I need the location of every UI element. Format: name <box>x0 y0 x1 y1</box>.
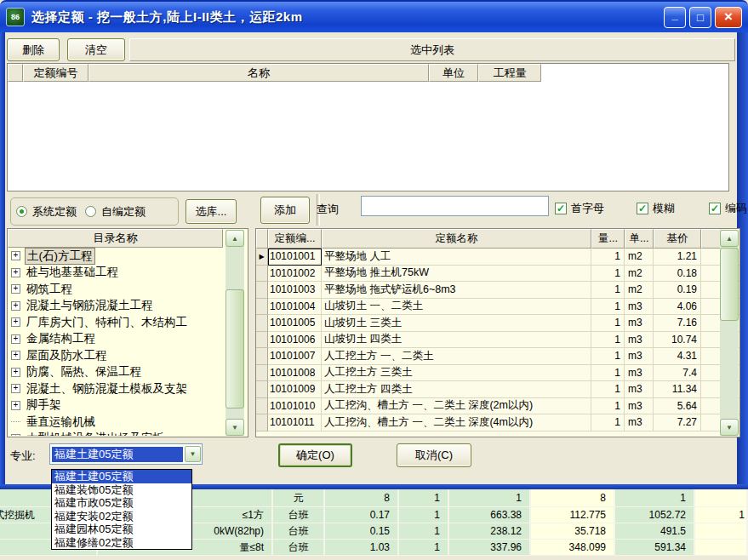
quota-row[interactable]: 10101006 山坡切土 四类土 1 m3 10.74 <box>256 332 739 349</box>
code-checkbox[interactable]: ✓ <box>709 203 721 214</box>
column-header-name: 定额名称 <box>322 229 591 249</box>
fuzzy-label: 模糊 <box>653 201 675 216</box>
dropdown-option[interactable]: 福建市政05定额 <box>52 496 191 510</box>
first-letter-label: 首字母 <box>571 201 604 216</box>
minimize-button[interactable]: _ <box>664 7 686 28</box>
quota-row[interactable]: 10101004 山坡切土 一、二类土 1 m3 4.06 <box>256 299 739 316</box>
quota-row[interactable]: 10101008 人工挖土方 三类土 1 m3 7.4 <box>256 365 739 382</box>
first-letter-checkbox[interactable]: ✓ <box>555 203 567 214</box>
combobox-value: 福建土建05定额 <box>52 447 183 462</box>
select-library-button[interactable]: 选库... <box>186 199 237 224</box>
check-icon: ✓ <box>557 203 565 214</box>
tree-item[interactable]: +大型机械设备进出场及安拆 <box>8 431 223 437</box>
tree-scrollbar[interactable]: ▲ ▼ <box>226 230 244 436</box>
quota-scrollbar[interactable]: ▲ ▼ <box>720 230 739 436</box>
tree-item[interactable]: +混凝土与钢筋混凝土工程 <box>8 298 223 315</box>
quota-scrollbar-thumb[interactable] <box>720 248 739 321</box>
dropdown-option[interactable]: 福建安装02定额 <box>52 510 191 523</box>
clear-button[interactable]: 清空 <box>67 38 125 61</box>
quota-row[interactable]: 10101005 山坡切土 三类土 1 m3 7.16 <box>256 315 739 332</box>
dropdown-option[interactable]: 福建土建05定额 <box>52 470 191 483</box>
dropdown-option[interactable]: 福建园林05定额 <box>52 523 191 536</box>
fuzzy-checkbox[interactable]: ✓ <box>637 203 648 214</box>
column-header-marker <box>8 64 23 82</box>
tree-item[interactable]: +金属结构工程 <box>8 331 223 348</box>
expand-icon[interactable]: + <box>11 401 20 410</box>
tree-item[interactable]: +土(石)方工程 <box>8 248 223 265</box>
column-header-name: 名称 <box>89 64 429 82</box>
expand-icon[interactable]: + <box>11 351 20 360</box>
column-header-code: 定额编... <box>268 229 322 249</box>
expand-icon[interactable]: + <box>11 434 20 436</box>
tree-item[interactable]: +屋面及防水工程 <box>8 347 223 364</box>
quota-row[interactable]: 10101007 人工挖土方 一、二类土 1 m3 4.31 <box>256 348 739 365</box>
cancel-button[interactable]: 取消(C) <box>397 443 471 467</box>
selected-list[interactable]: 定额编号 名称 单位 工程量 <box>7 63 729 191</box>
quota-row[interactable]: 10101003 平整场地 拖式铲运机6~8m3 1 m2 0.19 <box>256 282 739 299</box>
expand-icon[interactable]: + <box>11 384 20 393</box>
app-icon: 86 <box>6 8 25 26</box>
expand-icon[interactable]: + <box>11 284 20 294</box>
system-quota-radio[interactable] <box>16 206 27 217</box>
quota-row[interactable]: 10101009 人工挖土方 四类土 1 m3 11.34 <box>256 381 739 398</box>
title-bar[interactable]: 86 选择定额 - 挖一般土方,陆上I-II类土，运距2km _ □ × <box>0 0 748 32</box>
catalog-tree: +土(石)方工程 +桩与地基基础工程 +砌筑工程 +混凝土与钢筋混凝土工程 +厂… <box>8 248 223 436</box>
quota-table-panel: 定额编... 定额名称 量... 单... 基价 ▶ 10101001 平整场地… <box>255 228 740 437</box>
tree-item[interactable]: +厂库房大门、特种门、木结构工 <box>8 314 223 331</box>
dropdown-option[interactable]: 福建装饰05定额 <box>52 483 191 497</box>
tree-item[interactable]: +防腐、隔热、保温工程 <box>8 364 223 381</box>
close-button[interactable]: × <box>715 7 742 28</box>
code-checkbox-group: ✓ 编码 <box>709 201 747 216</box>
custom-quota-label: 自编定额 <box>101 204 146 220</box>
custom-quota-radio[interactable] <box>85 206 96 217</box>
tree-item[interactable]: 垂直运输机械 <box>8 414 223 431</box>
expand-icon[interactable]: + <box>11 334 20 344</box>
ok-button[interactable]: 确定(O) <box>278 443 352 467</box>
close-icon: × <box>724 9 733 26</box>
dropdown-option[interactable]: 福建修缮02定额 <box>52 536 191 550</box>
quota-row[interactable]: 10101010 人工挖沟、槽土方 一、二类土 深度(2m以内) 1 m3 5.… <box>256 398 739 415</box>
quota-source-group: 系统定额 自编定额 <box>10 197 179 226</box>
quota-table-header: 定额编... 定额名称 量... 单... 基价 <box>256 229 739 249</box>
row-marker-icon: ▶ <box>256 249 268 266</box>
scroll-down-icon[interactable]: ▼ <box>720 419 739 436</box>
expand-icon[interactable]: + <box>11 317 20 327</box>
profession-dropdown-list: 福建土建05定额 福建装饰05定额 福建市政05定额 福建安装02定额 福建园林… <box>51 469 192 550</box>
expand-icon[interactable]: + <box>11 268 20 277</box>
tree-item[interactable]: +砌筑工程 <box>8 281 223 298</box>
expand-icon[interactable]: + <box>11 251 20 260</box>
quota-row[interactable]: 10101011 人工挖沟、槽土方 一、二类土 深度(4m以内) 1 m3 7.… <box>256 414 739 431</box>
profession-combobox[interactable]: 福建土建05定额 ▼ <box>49 443 203 465</box>
column-header-filler <box>701 229 721 249</box>
tree-item[interactable]: +混凝土、钢筋混凝土模板及支架 <box>8 380 223 397</box>
quota-row[interactable]: ▶ 10101001 平整场地 人工 1 m2 1.21 <box>256 249 739 266</box>
first-letter-checkbox-group: ✓ 首字母 <box>555 201 604 216</box>
scroll-up-icon[interactable]: ▲ <box>720 230 739 247</box>
tree-column-header: 目录名称 <box>8 229 223 248</box>
expand-icon[interactable]: + <box>11 368 20 377</box>
profession-label: 专业: <box>10 449 36 464</box>
screen: 元 8 1 1 8 1 式挖掘机 ≤1方 台班 0.17 1 663.38 11… <box>0 0 748 560</box>
dialog-border-left <box>0 32 5 484</box>
tree-connector <box>11 421 20 422</box>
quota-table-body: ▶ 10101001 平整场地 人工 1 m2 1.21 10101002 平整… <box>256 249 739 431</box>
expand-icon[interactable]: + <box>11 301 20 311</box>
tree-scrollbar-thumb[interactable] <box>226 289 244 409</box>
check-icon: ✓ <box>638 203 647 214</box>
quota-row[interactable]: 10101002 平整场地 推土机75kW 1 m2 0.18 <box>256 266 739 283</box>
tree-item[interactable]: +桩与地基基础工程 <box>8 265 223 282</box>
column-header-code: 定额编号 <box>23 64 89 82</box>
chevron-down-icon[interactable]: ▼ <box>185 446 201 462</box>
column-header-unit: 单... <box>625 229 654 249</box>
system-quota-label: 系统定额 <box>32 204 77 220</box>
maximize-button[interactable]: □ <box>689 7 711 28</box>
minimize-icon: _ <box>671 9 677 21</box>
query-input[interactable] <box>361 196 549 216</box>
add-button[interactable]: 添加 <box>260 197 310 224</box>
column-header-quantity: 工程量 <box>478 64 541 82</box>
delete-button[interactable]: 删除 <box>7 38 60 61</box>
fuzzy-checkbox-group: ✓ 模糊 <box>637 201 675 216</box>
tree-item[interactable]: +脚手架 <box>8 397 223 414</box>
scroll-up-icon[interactable]: ▲ <box>226 230 244 247</box>
scroll-down-icon[interactable]: ▼ <box>226 419 244 436</box>
